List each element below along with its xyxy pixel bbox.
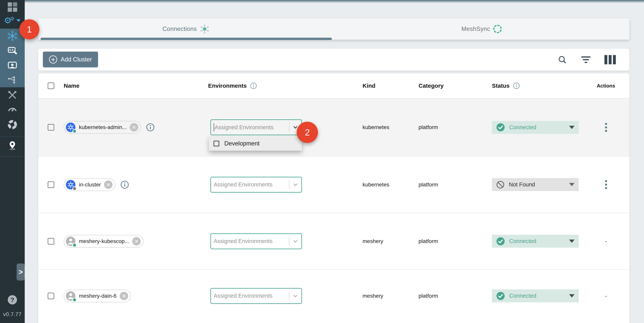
tabs-bar: Connections MeshSync bbox=[38, 18, 629, 40]
environments-select[interactable]: Assigned Environments bbox=[210, 288, 302, 304]
annotation-badge-2: 2 bbox=[297, 122, 318, 143]
connections-hub-icon bbox=[7, 31, 18, 41]
environments-menu: Development bbox=[209, 136, 302, 151]
remove-connection-button[interactable] bbox=[120, 292, 128, 300]
tab-meshsync-label: MeshSync bbox=[462, 26, 490, 33]
search-icon bbox=[557, 55, 567, 65]
chevron-down-icon[interactable] bbox=[292, 293, 298, 299]
sidebar-item-designs[interactable] bbox=[0, 73, 25, 87]
active-tab-indicator bbox=[40, 38, 332, 40]
remove-connection-button[interactable] bbox=[104, 180, 112, 189]
select-all-checkbox[interactable] bbox=[48, 83, 54, 89]
connection-status-dot bbox=[72, 186, 77, 191]
category-value: platform bbox=[418, 124, 492, 130]
row-checkbox[interactable] bbox=[48, 124, 54, 131]
remove-connection-button[interactable] bbox=[132, 237, 141, 245]
status-label: Connected bbox=[509, 124, 536, 131]
sidebar-item-adapters[interactable] bbox=[0, 43, 25, 58]
kubernetes-icon bbox=[66, 122, 76, 133]
chevron-right-icon: > bbox=[18, 268, 23, 276]
close-icon bbox=[106, 182, 110, 187]
dropdown-arrow-icon bbox=[569, 183, 574, 186]
chevron-down-icon[interactable] bbox=[292, 182, 298, 188]
category-value: platform bbox=[418, 238, 492, 244]
sidebar-item-profiles[interactable] bbox=[0, 58, 25, 73]
category-value: platform bbox=[418, 182, 492, 188]
environments-placeholder: Assigned Environments bbox=[214, 238, 288, 244]
kubernetes-icon bbox=[66, 179, 76, 190]
sidebar-divider bbox=[0, 136, 25, 137]
header-category[interactable]: Category bbox=[418, 83, 492, 89]
environments-select[interactable]: Assigned Environments bbox=[210, 177, 302, 193]
dropdown-arrow-icon bbox=[569, 239, 574, 243]
avatar-icon bbox=[66, 236, 76, 246]
close-icon bbox=[122, 294, 126, 298]
dropdown-arrow-icon bbox=[569, 126, 574, 129]
check-circle-icon bbox=[496, 291, 505, 300]
help-button[interactable]: ? bbox=[8, 295, 17, 304]
check-circle-icon bbox=[496, 123, 505, 132]
connections-hub-icon bbox=[200, 24, 210, 34]
meshsync-spinner-icon bbox=[493, 25, 502, 33]
filter-button[interactable] bbox=[581, 56, 590, 63]
header-kind[interactable]: Kind bbox=[362, 83, 418, 89]
table-header-row: Name Environments Kind Category Status A… bbox=[38, 73, 629, 99]
chevron-down-icon[interactable] bbox=[292, 238, 298, 244]
sidebar-divider bbox=[0, 156, 25, 156]
environments-select[interactable]: Assigned Environments bbox=[210, 119, 302, 135]
gears-icon: ⚙⚙ bbox=[4, 16, 15, 25]
connection-name: meshery-kubescop... bbox=[79, 238, 129, 244]
environments-placeholder: Assigned Environments bbox=[214, 181, 288, 188]
environments-info-icon[interactable] bbox=[250, 82, 257, 89]
table-row: meshery-dain-6 Assigned Environments mes… bbox=[38, 270, 629, 322]
chevron-down-icon bbox=[16, 19, 21, 22]
connection-status-dot bbox=[72, 243, 77, 247]
status-dropdown[interactable]: Not Found bbox=[492, 178, 579, 191]
view-columns-button[interactable] bbox=[604, 55, 616, 64]
tools-icon bbox=[7, 90, 18, 100]
row-checkbox[interactable] bbox=[48, 181, 54, 188]
status-info-icon[interactable] bbox=[513, 82, 520, 89]
row-checkbox[interactable] bbox=[48, 238, 54, 245]
select-divider bbox=[289, 291, 290, 300]
sidebar-item-performance[interactable] bbox=[0, 102, 25, 116]
sidebar-item-get-started[interactable] bbox=[0, 139, 25, 152]
connection-chip[interactable]: meshery-dain-6 bbox=[64, 289, 131, 302]
option-checkbox[interactable] bbox=[214, 141, 219, 146]
help-icon: ? bbox=[10, 296, 14, 304]
table-row: kubernetes-admin... Assigned Environment… bbox=[38, 99, 629, 156]
header-status[interactable]: Status bbox=[492, 83, 510, 89]
sidebar-item-dashboard[interactable] bbox=[0, 0, 25, 14]
tab-connections[interactable]: Connections bbox=[38, 18, 334, 40]
row-checkbox[interactable] bbox=[48, 293, 54, 299]
connections-table: Name Environments Kind Category Status A… bbox=[38, 73, 629, 323]
status-dropdown[interactable]: Connected bbox=[492, 289, 579, 302]
user-screen-icon bbox=[7, 60, 18, 71]
tab-meshsync[interactable]: MeshSync bbox=[334, 18, 629, 40]
header-name[interactable]: Name bbox=[64, 83, 208, 89]
environments-select[interactable]: Assigned Environments bbox=[210, 233, 302, 249]
select-divider bbox=[289, 123, 290, 132]
status-dropdown[interactable]: Connected bbox=[492, 121, 579, 134]
close-icon bbox=[132, 125, 136, 130]
row-actions-menu-button[interactable] bbox=[604, 122, 608, 133]
connection-chip[interactable]: kubernetes-admin... bbox=[64, 121, 141, 134]
header-environments[interactable]: Environments bbox=[208, 83, 247, 89]
search-button[interactable] bbox=[557, 55, 567, 65]
status-dropdown[interactable]: Connected bbox=[492, 235, 579, 248]
connection-chip[interactable]: in-cluster bbox=[64, 178, 115, 191]
add-cluster-button[interactable]: Add Cluster bbox=[43, 52, 98, 67]
environment-option-development[interactable]: Development bbox=[209, 136, 302, 151]
connection-info-icon[interactable] bbox=[146, 123, 155, 132]
row-actions-menu-button[interactable] bbox=[604, 179, 608, 190]
sidebar-expand-button[interactable]: > bbox=[16, 263, 25, 280]
sidebar-item-extensions[interactable] bbox=[0, 118, 25, 132]
tab-connections-label: Connections bbox=[162, 26, 197, 33]
sidebar-item-configuration[interactable] bbox=[0, 88, 25, 102]
connection-info-icon[interactable] bbox=[120, 180, 129, 189]
code-wrench-icon bbox=[7, 45, 18, 56]
connection-status-dot bbox=[72, 129, 77, 133]
remove-connection-button[interactable] bbox=[130, 123, 138, 132]
connection-chip[interactable]: meshery-kubescop... bbox=[64, 235, 144, 248]
select-divider bbox=[289, 180, 290, 189]
